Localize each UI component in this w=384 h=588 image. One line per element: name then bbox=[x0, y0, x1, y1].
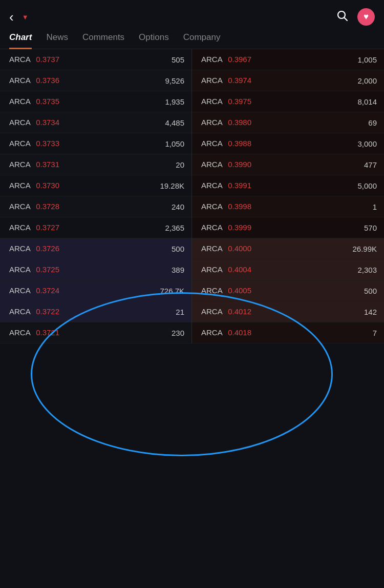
bid-qty: 20 bbox=[176, 160, 184, 169]
ask-row[interactable]: ARCA 0.3980 69 bbox=[192, 112, 384, 133]
ask-price: 0.4005 bbox=[228, 286, 251, 295]
bid-row[interactable]: ARCA 0.3724 726.7K bbox=[0, 280, 191, 301]
ask-exchange: ARCA bbox=[201, 223, 223, 232]
ask-price: 0.3990 bbox=[228, 160, 251, 169]
ask-qty: 500 bbox=[364, 287, 377, 295]
bid-exchange: ARCA bbox=[9, 202, 31, 211]
heart-icon: ♥ bbox=[364, 12, 369, 22]
bid-exchange: ARCA bbox=[9, 139, 31, 148]
ask-row[interactable]: ARCA 0.4012 142 bbox=[192, 301, 384, 322]
back-button[interactable]: ‹ bbox=[9, 10, 14, 24]
ask-qty: 1 bbox=[373, 202, 377, 211]
bid-row[interactable]: ARCA 0.3725 389 bbox=[0, 259, 191, 280]
ask-price: 0.4012 bbox=[228, 307, 251, 316]
ask-price: 0.3991 bbox=[228, 181, 251, 190]
bid-price: 0.3724 bbox=[36, 286, 59, 295]
ask-row[interactable]: ARCA 0.3990 477 bbox=[192, 154, 384, 175]
bid-price: 0.3727 bbox=[36, 223, 59, 232]
ask-exchange: ARCA bbox=[201, 244, 223, 253]
ask-exchange: ARCA bbox=[201, 328, 223, 337]
premarket-info: ▼ bbox=[19, 13, 32, 21]
bid-exchange: ARCA bbox=[9, 265, 31, 274]
bid-row[interactable]: ARCA 0.3726 500 bbox=[0, 238, 191, 259]
bid-exchange: ARCA bbox=[9, 223, 31, 232]
ask-qty: 2,303 bbox=[357, 266, 377, 274]
tab-comments[interactable]: Comments bbox=[82, 32, 124, 49]
bid-qty: 240 bbox=[172, 202, 184, 211]
ask-price: 0.3975 bbox=[228, 97, 251, 106]
ask-exchange: ARCA bbox=[201, 160, 223, 169]
bid-qty: 389 bbox=[172, 266, 184, 274]
header: ‹ ▼ ♥ bbox=[0, 0, 384, 32]
ask-qty: 142 bbox=[364, 308, 377, 316]
bid-qty: 2,365 bbox=[165, 224, 184, 232]
ask-row[interactable]: ARCA 0.3974 2,000 bbox=[192, 70, 384, 91]
bid-exchange: ARCA bbox=[9, 118, 31, 127]
ask-exchange: ARCA bbox=[201, 97, 223, 106]
bid-row[interactable]: ARCA 0.3731 20 bbox=[0, 154, 191, 175]
search-icon[interactable] bbox=[336, 9, 348, 25]
bid-row[interactable]: ARCA 0.3730 19.28K bbox=[0, 175, 191, 196]
header-left: ‹ ▼ bbox=[9, 10, 32, 24]
bid-exchange: ARCA bbox=[9, 55, 31, 64]
bid-row[interactable]: ARCA 0.3721 230 bbox=[0, 322, 191, 343]
ask-price: 0.4000 bbox=[228, 244, 251, 253]
bid-side: ARCA 0.3737 505 ARCA 0.3736 9,526 ARCA 0… bbox=[0, 49, 192, 343]
bid-exchange: ARCA bbox=[9, 76, 31, 85]
bid-qty: 230 bbox=[172, 329, 184, 337]
ask-row[interactable]: ARCA 0.3998 1 bbox=[192, 196, 384, 217]
bid-row[interactable]: ARCA 0.3737 505 bbox=[0, 49, 191, 70]
ask-qty: 7 bbox=[373, 329, 377, 337]
bid-exchange: ARCA bbox=[9, 244, 31, 253]
bid-row[interactable]: ARCA 0.3734 4,485 bbox=[0, 112, 191, 133]
bid-price: 0.3721 bbox=[36, 328, 59, 337]
bid-row[interactable]: ARCA 0.3727 2,365 bbox=[0, 217, 191, 238]
ask-price: 0.3967 bbox=[228, 55, 251, 64]
ask-price: 0.3988 bbox=[228, 139, 251, 148]
ask-qty: 26.99K bbox=[352, 245, 377, 253]
bid-price: 0.3725 bbox=[36, 265, 59, 274]
ask-qty: 570 bbox=[364, 224, 377, 232]
ask-row[interactable]: ARCA 0.3967 1,005 bbox=[192, 49, 384, 70]
ask-row[interactable]: ARCA 0.4004 2,303 bbox=[192, 259, 384, 280]
bid-exchange: ARCA bbox=[9, 181, 31, 190]
ask-row[interactable]: ARCA 0.3999 570 bbox=[192, 217, 384, 238]
bid-exchange: ARCA bbox=[9, 286, 31, 295]
favorite-button[interactable]: ♥ bbox=[357, 8, 375, 26]
ask-price: 0.3980 bbox=[228, 118, 251, 127]
ask-row[interactable]: ARCA 0.4018 7 bbox=[192, 322, 384, 343]
ask-exchange: ARCA bbox=[201, 181, 223, 190]
bid-row[interactable]: ARCA 0.3733 1,050 bbox=[0, 133, 191, 154]
premarket-arrow: ▼ bbox=[22, 13, 29, 21]
ask-price: 0.4018 bbox=[228, 328, 251, 337]
ask-row[interactable]: ARCA 0.3991 5,000 bbox=[192, 175, 384, 196]
ask-exchange: ARCA bbox=[201, 265, 223, 274]
ask-row[interactable]: ARCA 0.4000 26.99K bbox=[192, 238, 384, 259]
tab-chart[interactable]: Chart bbox=[9, 32, 32, 49]
tab-options[interactable]: Options bbox=[139, 32, 169, 49]
bid-row[interactable]: ARCA 0.3735 1,935 bbox=[0, 91, 191, 112]
ask-row[interactable]: ARCA 0.3975 8,014 bbox=[192, 91, 384, 112]
ask-exchange: ARCA bbox=[201, 307, 223, 316]
bid-qty: 500 bbox=[172, 245, 184, 253]
tab-company[interactable]: Company bbox=[183, 32, 221, 49]
bid-qty: 9,526 bbox=[165, 76, 184, 85]
ask-qty: 477 bbox=[364, 160, 377, 169]
bid-exchange: ARCA bbox=[9, 160, 31, 169]
svg-line-1 bbox=[345, 18, 348, 21]
tab-news[interactable]: News bbox=[46, 32, 68, 49]
ask-row[interactable]: ARCA 0.3988 3,000 bbox=[192, 133, 384, 154]
ask-qty: 1,005 bbox=[357, 55, 377, 64]
ask-row[interactable]: ARCA 0.4005 500 bbox=[192, 280, 384, 301]
bid-price: 0.3728 bbox=[36, 202, 59, 211]
bid-exchange: ARCA bbox=[9, 328, 31, 337]
header-title-block: ▼ bbox=[19, 13, 32, 21]
bid-row[interactable]: ARCA 0.3736 9,526 bbox=[0, 70, 191, 91]
bid-row[interactable]: ARCA 0.3722 21 bbox=[0, 301, 191, 322]
bid-price: 0.3737 bbox=[36, 55, 59, 64]
ask-exchange: ARCA bbox=[201, 76, 223, 85]
ask-exchange: ARCA bbox=[201, 118, 223, 127]
ask-qty: 5,000 bbox=[357, 181, 377, 190]
bid-row[interactable]: ARCA 0.3728 240 bbox=[0, 196, 191, 217]
bid-qty: 1,935 bbox=[165, 97, 184, 106]
